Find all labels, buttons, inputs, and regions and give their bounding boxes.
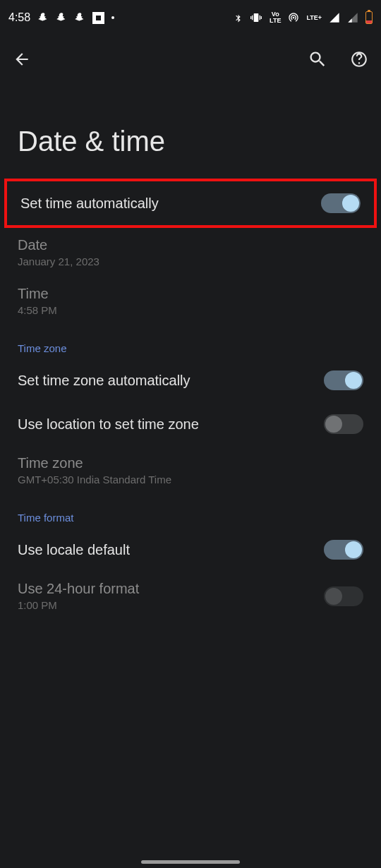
navigation-handle[interactable]	[141, 860, 240, 864]
setting-sub: 4:58 PM	[18, 304, 363, 316]
section-header-timeformat: Time format	[0, 495, 381, 528]
row-time: Time 4:58 PM	[0, 277, 381, 325]
toggle-use-location-timezone[interactable]	[324, 414, 363, 434]
lte-plus-icon: LTE+	[306, 15, 322, 21]
highlight-box: Set time automatically	[4, 179, 377, 228]
setting-title: Use locale default	[18, 542, 324, 558]
vibrate-icon	[250, 12, 262, 23]
battery-icon	[365, 11, 373, 24]
setting-title: Set time automatically	[20, 195, 321, 212]
toggle-set-time-automatically[interactable]	[321, 193, 361, 213]
setting-sub: GMT+05:30 India Standard Time	[18, 474, 363, 486]
setting-title: Time zone	[18, 455, 363, 471]
toggle-set-timezone-automatically[interactable]	[324, 370, 363, 390]
row-set-time-automatically[interactable]: Set time automatically	[7, 181, 374, 225]
row-timezone: Time zone GMT+05:30 India Standard Time	[0, 446, 381, 495]
row-set-timezone-automatically[interactable]: Set time zone automatically	[0, 358, 381, 402]
snapchat-icon	[74, 12, 85, 23]
back-icon[interactable]	[13, 50, 31, 68]
hotspot-icon	[288, 12, 299, 23]
status-clock: 4:58	[8, 11, 30, 24]
help-icon[interactable]	[350, 50, 368, 68]
snapchat-icon	[37, 12, 49, 23]
row-date: Date January 21, 2023	[0, 228, 381, 277]
row-use-locale-default[interactable]: Use locale default	[0, 528, 381, 572]
row-use-location-timezone[interactable]: Use location to set time zone	[0, 402, 381, 446]
toggle-use-locale-default[interactable]	[324, 540, 363, 560]
setting-title: Use 24-hour format	[18, 581, 324, 597]
signal-icon	[347, 12, 358, 23]
snapchat-icon	[56, 12, 67, 23]
signal-icon	[329, 12, 340, 23]
section-header-timezone: Time zone	[0, 325, 381, 358]
app-notification-icon	[92, 12, 104, 24]
setting-title: Date	[18, 237, 363, 253]
toggle-use-24h-format	[324, 586, 363, 606]
page-title: Date & time	[0, 75, 381, 179]
app-bar	[0, 35, 381, 75]
volte-icon: Vo LTE	[270, 11, 281, 24]
row-use-24h-format: Use 24-hour format 1:00 PM	[0, 572, 381, 620]
setting-title: Set time zone automatically	[18, 373, 324, 389]
bluetooth-icon	[234, 12, 243, 23]
setting-title: Use location to set time zone	[18, 416, 324, 433]
setting-sub: 1:00 PM	[18, 599, 324, 611]
search-icon[interactable]	[308, 49, 327, 69]
setting-sub: January 21, 2023	[18, 255, 363, 267]
setting-title: Time	[18, 286, 363, 302]
more-notifications-icon	[111, 16, 114, 19]
status-bar: 4:58 Vo LTE LTE+	[0, 0, 381, 35]
